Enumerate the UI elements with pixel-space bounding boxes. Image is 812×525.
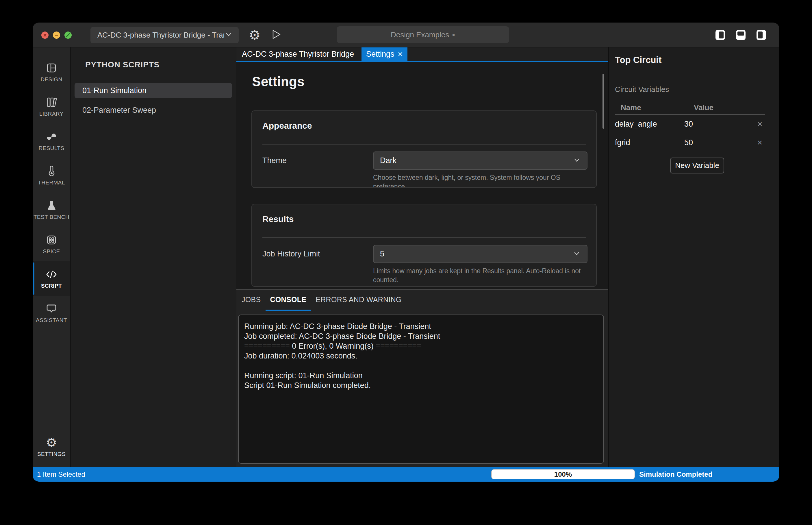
column-header-name: Name bbox=[615, 103, 684, 112]
toggle-bottom-panel-icon[interactable] bbox=[736, 30, 746, 40]
chevron-down-icon bbox=[572, 249, 581, 259]
desktop-background: AC-DC 3-phase Thyristor Bridge - Transie… bbox=[0, 0, 812, 525]
gear-icon: ⚙ bbox=[46, 436, 57, 449]
editor-tabstrip: AC-DC 3-phase Thyristor Bridge Settings … bbox=[236, 47, 608, 61]
divider bbox=[262, 144, 586, 145]
variable-value[interactable]: 30 bbox=[684, 120, 755, 129]
tab-settings[interactable]: Settings × bbox=[362, 47, 408, 61]
sidebar-item-settings[interactable]: ⚙ SETTINGS bbox=[33, 430, 70, 464]
divider bbox=[262, 237, 586, 238]
variable-name: delay_angle bbox=[615, 120, 684, 129]
flask-icon bbox=[45, 199, 58, 212]
delete-variable-icon[interactable]: × bbox=[755, 138, 765, 147]
console-line: Job duration: 0.024003 seconds. bbox=[244, 351, 596, 361]
main-area: AC-DC 3-phase Thyristor Bridge Settings … bbox=[236, 47, 608, 467]
zoom-window-button[interactable] bbox=[64, 31, 72, 39]
page-title: Settings bbox=[252, 74, 608, 89]
console-line: Running script: 01-Run Simulation bbox=[244, 371, 596, 380]
python-scripts-panel: PYTHON SCRIPTS 01-Run Simulation 02-Para… bbox=[71, 47, 236, 467]
console-line: Script 01-Run Simulation completed. bbox=[244, 380, 596, 390]
titlebar: AC-DC 3-phase Thyristor Bridge - Transie… bbox=[33, 22, 779, 47]
bottom-panel-tabs: JOBS CONSOLE ERRORS AND WARNING bbox=[236, 290, 608, 311]
sidebar-item-library[interactable]: LIBRARY bbox=[33, 89, 70, 124]
status-bar: 1 Item Selected 100% Simulation Complete… bbox=[33, 467, 779, 482]
simulation-status: Simulation Completed bbox=[639, 467, 712, 482]
bottom-panel: JOBS CONSOLE ERRORS AND WARNING Running … bbox=[236, 289, 608, 467]
theme-dropdown-value: Dark bbox=[380, 156, 572, 165]
console-line bbox=[244, 361, 596, 371]
close-window-button[interactable] bbox=[41, 31, 48, 39]
tab-settings-label: Settings bbox=[366, 50, 395, 59]
toggle-left-panel-icon[interactable] bbox=[716, 30, 725, 40]
console-output: Running job: AC-DC 3-phase Diode Bridge … bbox=[238, 315, 604, 464]
waveform-icon bbox=[45, 130, 58, 143]
tab-jobs[interactable]: JOBS bbox=[237, 290, 265, 311]
job-history-help-text: Limits how many jobs are kept in the Res… bbox=[373, 267, 587, 287]
top-circuit-panel: Top Circuit Circuit Variables Name Value… bbox=[608, 47, 779, 467]
code-icon bbox=[45, 268, 58, 281]
tab-console[interactable]: CONSOLE bbox=[265, 290, 311, 311]
circuit-variables-label: Circuit Variables bbox=[615, 85, 779, 94]
scripts-list: 01-Run Simulation 02-Parameter Sweep bbox=[71, 83, 236, 118]
sidebar-item-test-bench[interactable]: TEST BENCH bbox=[33, 193, 70, 227]
design-icon bbox=[45, 62, 58, 74]
theme-setting-row: Theme Dark Choose between dark, light, o… bbox=[262, 151, 586, 188]
circuit-variables-table: Name Value delay_angle 30 × fgrid 50 × bbox=[615, 101, 779, 152]
job-history-limit-label: Job History Limit bbox=[262, 250, 373, 258]
sidebar-item-script[interactable]: SCRIPT bbox=[33, 261, 70, 296]
sidebar-item-results[interactable]: RESULTS bbox=[33, 124, 70, 158]
toggle-right-panel-icon[interactable] bbox=[756, 30, 766, 40]
table-row: fgrid 50 × bbox=[615, 133, 765, 152]
thermometer-icon bbox=[45, 165, 58, 178]
design-selector-value: AC-DC 3-phase Thyristor Bridge - Transie… bbox=[97, 31, 224, 40]
console-line: ========== 0 Error(s), 0 Warning(s) ====… bbox=[244, 341, 596, 351]
job-history-limit-value: 5 bbox=[380, 250, 572, 258]
table-row: delay_angle 30 × bbox=[615, 115, 765, 133]
console-line: Running job: AC-DC 3-phase Diode Bridge … bbox=[244, 321, 596, 331]
minimize-window-button[interactable] bbox=[53, 31, 60, 39]
script-item-parameter-sweep[interactable]: 02-Parameter Sweep bbox=[75, 102, 232, 118]
top-circuit-title: Top Circuit bbox=[615, 55, 779, 65]
job-history-limit-dropdown[interactable]: 5 bbox=[373, 245, 587, 263]
design-examples-label: Design Examples bbox=[391, 30, 449, 39]
theme-dropdown[interactable]: Dark bbox=[373, 151, 587, 170]
tab-thyristor-bridge[interactable]: AC-DC 3-phase Thyristor Bridge bbox=[236, 47, 362, 61]
play-icon bbox=[270, 28, 282, 42]
window-controls bbox=[41, 31, 72, 39]
theme-label: Theme bbox=[262, 156, 373, 165]
gear-icon: ⚙ bbox=[248, 27, 260, 43]
design-examples-dot: ● bbox=[452, 32, 455, 38]
new-variable-button[interactable]: New Variable bbox=[670, 158, 724, 174]
app-window: AC-DC 3-phase Thyristor Bridge - Transie… bbox=[33, 22, 779, 482]
variable-value[interactable]: 50 bbox=[684, 138, 755, 147]
settings-scrollbar[interactable] bbox=[602, 74, 604, 129]
design-examples-search[interactable]: Design Examples ● bbox=[337, 26, 509, 43]
sidebar-item-thermal[interactable]: THERMAL bbox=[33, 158, 70, 193]
library-icon bbox=[45, 96, 58, 109]
selection-status: 1 Item Selected bbox=[37, 467, 85, 482]
tab-errors-and-warning[interactable]: ERRORS AND WARNING bbox=[311, 290, 406, 311]
sidebar-item-spice[interactable]: SPICE bbox=[33, 227, 70, 261]
theme-help-text: Choose between dark, light, or system. S… bbox=[373, 173, 587, 188]
settings-page: Settings Appearance Theme Dark bbox=[236, 62, 608, 289]
simulation-settings-button[interactable]: ⚙ bbox=[246, 22, 263, 47]
delete-variable-icon[interactable]: × bbox=[755, 120, 765, 129]
run-simulation-button[interactable] bbox=[269, 22, 284, 47]
sidebar-item-assistant[interactable]: ASSISTANT bbox=[33, 296, 70, 330]
column-header-value: Value bbox=[684, 103, 755, 112]
chevron-down-icon bbox=[224, 30, 233, 40]
console-line: Job completed: AC-DC 3-phase Diode Bridg… bbox=[244, 331, 596, 341]
appearance-section-title: Appearance bbox=[262, 121, 586, 131]
appearance-section: Appearance Theme Dark Choose between dar… bbox=[251, 110, 597, 188]
design-selector-dropdown[interactable]: AC-DC 3-phase Thyristor Bridge - Transie… bbox=[90, 27, 239, 43]
scripts-panel-title: PYTHON SCRIPTS bbox=[85, 60, 236, 70]
script-item-run-simulation[interactable]: 01-Run Simulation bbox=[75, 83, 232, 98]
progress-bar: 100% bbox=[491, 469, 635, 479]
chevron-down-icon bbox=[572, 156, 581, 166]
sidebar-item-design[interactable]: DESIGN bbox=[33, 55, 70, 89]
results-section-title: Results bbox=[262, 214, 586, 224]
close-tab-icon[interactable]: × bbox=[398, 50, 403, 58]
variable-name: fgrid bbox=[615, 138, 684, 147]
navigation-rail: DESIGN LIBRARY bbox=[33, 47, 71, 467]
table-header: Name Value bbox=[615, 101, 765, 115]
